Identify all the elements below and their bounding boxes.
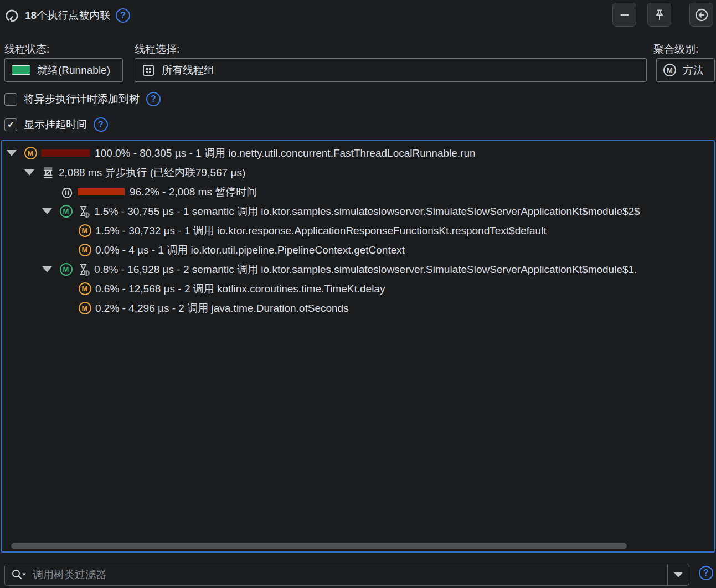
thread-state-swatch [12,65,30,75]
pause-timer-icon [60,185,74,199]
pin-icon [653,8,666,22]
filter-help-icon[interactable]: ? [699,566,713,580]
call-tree-panel: M100.0% - 80,305 µs - 1 调用 io.netty.util… [1,140,715,553]
tree-row-label: 2,088 ms 异步执行 (已经内联79,567 µs) [59,166,245,180]
show-pause-checkbox-row: 显示挂起时间 ? [4,116,108,133]
thread-selection-value: 所有线程组 [162,63,214,78]
method-orange-icon: M [78,224,92,238]
aggregation-value: 方法 [683,63,704,78]
horizontal-scrollbar[interactable] [11,543,627,549]
window-buttons [612,3,713,27]
async-timing-label: 将异步执行计时添加到树 [24,92,140,106]
footer [4,564,689,586]
method-green-icon: M [59,204,73,219]
inline-help-icon[interactable]: ? [116,8,130,23]
tree-row-label: 0.8% - 16,928 µs - 2 semantic 调用 io.ktor… [94,262,637,277]
tree-row[interactable]: M0.2% - 4,296 µs - 2 调用 java.time.Durati… [2,298,714,318]
method-orange-icon: M [78,301,92,316]
header: 18个执行点被内联 ? [4,3,130,28]
async-timing-checkbox-row: 将异步执行计时添加到树 ? [4,91,161,107]
tree-filter-field[interactable] [5,564,667,585]
thread-groups-icon [142,64,155,77]
tree-row-label: 0.0% - 4 µs - 1 调用 io.ktor.util.pipeline… [95,243,405,257]
hourglass-pause-icon [76,204,91,219]
search-icon [11,568,27,582]
tree-row-label: 1.5% - 30,732 µs - 1 调用 io.ktor.response… [95,224,547,238]
tree-row-label: 96.2% - 2,008 ms 暂停时间 [130,185,257,199]
async-spool-icon [41,166,55,180]
thread-state-value: 就绪(Runnable) [37,63,110,78]
back-button[interactable] [689,3,713,27]
method-icon: M [663,64,676,76]
minimize-button[interactable] [612,3,636,27]
tree-row[interactable]: M0.6% - 12,568 µs - 2 调用 kotlinx.corouti… [2,279,714,298]
async-timing-help-icon[interactable]: ? [146,92,161,106]
async-timing-checkbox[interactable] [4,93,17,106]
method-orange-icon: M [78,282,92,296]
method-green-icon: M [59,262,73,277]
tree-row-label: 1.5% - 30,755 µs - 1 semantic 调用 io.ktor… [94,204,640,219]
filter-dropdown-button[interactable] [667,564,689,585]
thread-state-label: 线程状态: [4,42,49,56]
tree-row[interactable]: M100.0% - 80,305 µs - 1 调用 io.netty.util… [2,143,714,163]
expand-arrow-icon[interactable] [24,169,41,176]
show-pause-checkbox[interactable] [4,118,17,131]
back-icon [694,8,709,22]
tree-row[interactable]: 2,088 ms 异步执行 (已经内联79,567 µs) [2,163,714,182]
call-tree: M100.0% - 80,305 µs - 1 调用 io.netty.util… [2,143,714,318]
tree-row[interactable]: M0.8% - 16,928 µs - 2 semantic 调用 io.kto… [2,260,714,279]
show-pause-help-icon[interactable]: ? [94,117,108,132]
time-percent-bar [41,149,90,157]
thread-state-dropdown[interactable]: 就绪(Runnable) [4,58,123,82]
hourglass-pause-icon [76,262,91,277]
tree-row[interactable]: M0.0% - 4 µs - 1 调用 io.ktor.util.pipelin… [2,240,714,260]
tree-row[interactable]: 96.2% - 2,008 ms 暂停时间 [2,182,714,202]
tree-row[interactable]: M1.5% - 30,732 µs - 1 调用 io.ktor.respons… [2,221,714,240]
thread-selection-dropdown[interactable]: 所有线程组 [135,58,647,82]
pin-button[interactable] [647,3,671,27]
tree-filter-input[interactable] [32,568,662,581]
show-pause-label: 显示挂起时间 [24,117,87,132]
time-percent-bar [78,188,125,195]
aggregation-label: 聚合级别: [653,42,698,56]
expand-arrow-icon[interactable] [7,150,23,156]
tree-filter-combo [4,564,689,586]
tree-row-label: 100.0% - 80,305 µs - 1 调用 io.netty.util.… [95,146,476,161]
expand-arrow-icon[interactable] [42,266,59,272]
inline-loop-icon [4,8,19,23]
method-orange-icon: M [23,146,38,161]
tree-row[interactable]: M1.5% - 30,755 µs - 1 semantic 调用 io.kto… [2,202,714,221]
tree-row-label: 0.6% - 12,568 µs - 2 调用 kotlinx.coroutin… [95,282,385,296]
page-title: 18个执行点被内联 [25,8,110,23]
thread-selection-label: 线程选择: [135,42,179,56]
expand-arrow-icon[interactable] [42,208,59,214]
aggregation-dropdown[interactable]: M 方法 [656,58,715,82]
tree-row-label: 0.2% - 4,296 µs - 2 调用 java.time.Duratio… [95,301,349,316]
method-orange-icon: M [78,243,92,257]
minimize-icon [618,8,631,22]
